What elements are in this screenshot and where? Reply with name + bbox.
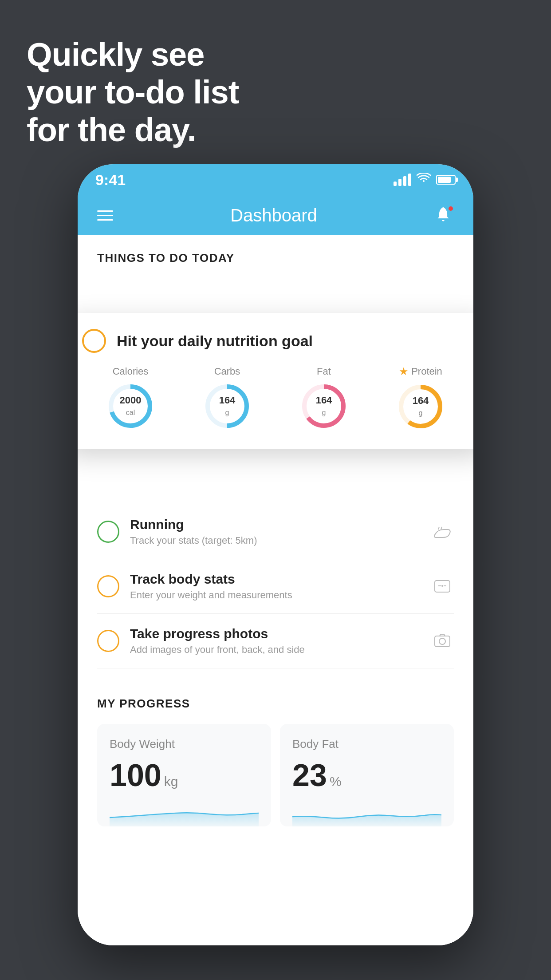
progress-photos-content: Take progress photos Add images of your … [130,626,420,656]
body-stats-subtitle: Enter your weight and measurements [130,589,420,601]
battery-icon [436,175,456,185]
carbs-value: 164g [219,395,236,418]
svg-rect-10 [435,636,450,647]
body-stats-title: Track body stats [130,572,420,587]
carbs-donut: 164g [203,382,252,431]
hero-line2: your to-do list [27,73,239,111]
hero-text: Quickly see your to-do list for the day. [27,36,239,149]
todo-list: Running Track your stats (target: 5km) T… [78,505,473,668]
nutrition-fat: Fat 164g [299,366,348,431]
todo-item-progress-photos[interactable]: Take progress photos Add images of your … [97,614,454,668]
signal-icon [394,174,411,186]
nutrition-card-title: Hit your daily nutrition goal [117,332,313,350]
progress-photos-title: Take progress photos [130,626,420,641]
bell-icon[interactable] [434,205,454,225]
protein-value: 164g [413,395,429,419]
calories-label: Calories [113,366,149,377]
nutrition-row: Calories 2000cal Carbs [82,365,469,431]
progress-photos-check-circle [97,630,119,652]
nutrition-carbs: Carbs 164g [203,366,252,431]
body-fat-chart [292,800,441,826]
status-time: 9:41 [95,171,126,189]
nutrition-circle-check [82,329,106,353]
phone-content: THINGS TO DO TODAY Hit your daily nutrit… [78,235,473,945]
protein-label: ★ Protein [399,365,442,378]
nutrition-protein: ★ Protein 164g [396,365,445,431]
hero-line3: for the day. [27,111,239,149]
body-fat-value: 23% [292,760,441,791]
fat-value: 164g [316,395,332,418]
body-fat-card: Body Fat 23% [280,724,454,826]
status-icons [394,173,456,187]
progress-cards: Body Weight 100kg [97,724,454,826]
calories-value: 2000cal [120,395,142,418]
todo-item-body-stats[interactable]: Track body stats Enter your weight and m… [97,559,454,614]
photo-icon [431,629,454,652]
carbs-label: Carbs [214,366,240,377]
hero-line1: Quickly see [27,36,239,73]
svg-point-11 [439,638,445,644]
body-stats-check-circle [97,575,119,597]
shoe-icon [431,520,454,543]
fat-donut: 164g [299,382,348,431]
status-bar: 9:41 [78,164,473,195]
svg-point-9 [441,585,443,587]
running-check-circle [97,521,119,543]
calories-donut: 2000cal [106,382,155,431]
scale-icon [431,575,454,598]
nav-bar: Dashboard [78,195,473,235]
nutrition-calories: Calories 2000cal [106,366,155,431]
todo-item-running[interactable]: Running Track your stats (target: 5km) [97,505,454,559]
progress-section: MY PROGRESS Body Weight 100kg [78,677,473,826]
running-content: Running Track your stats (target: 5km) [130,517,420,546]
phone-mockup: 9:41 [78,164,473,945]
nav-title: Dashboard [230,205,317,225]
body-weight-card: Body Weight 100kg [97,724,271,826]
nutrition-card: Hit your daily nutrition goal Calories 2… [78,313,473,449]
running-title: Running [130,517,420,532]
body-weight-value: 100kg [110,760,259,791]
protein-donut: 164g [396,382,445,431]
body-stats-content: Track body stats Enter your weight and m… [130,572,420,601]
body-weight-title: Body Weight [110,737,259,751]
progress-header: MY PROGRESS [97,697,454,711]
things-to-do-header: THINGS TO DO TODAY [78,235,473,274]
progress-photos-subtitle: Add images of your front, back, and side [130,644,420,656]
running-subtitle: Track your stats (target: 5km) [130,535,420,546]
hamburger-icon[interactable] [97,210,113,221]
wifi-icon [417,173,431,187]
fat-label: Fat [317,366,331,377]
body-weight-chart [110,800,259,826]
notification-dot [448,205,454,212]
body-fat-title: Body Fat [292,737,441,751]
star-icon: ★ [399,365,409,378]
